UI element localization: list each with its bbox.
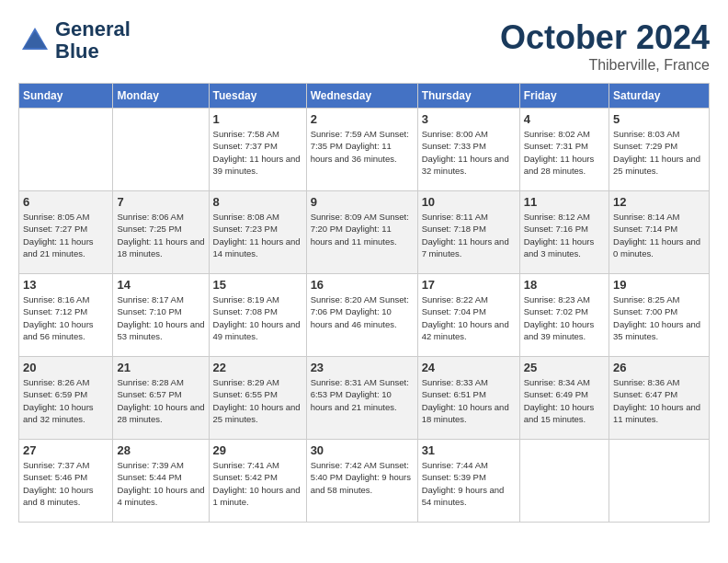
day-detail: Sunrise: 7:58 AM Sunset: 7:37 PM Dayligh… xyxy=(213,128,302,177)
day-number: 22 xyxy=(213,361,302,374)
calendar-cell: 16Sunrise: 8:20 AM Sunset: 7:06 PM Dayli… xyxy=(306,274,417,357)
day-number: 20 xyxy=(23,361,108,374)
day-number: 25 xyxy=(524,361,605,374)
day-detail: Sunrise: 8:12 AM Sunset: 7:16 PM Dayligh… xyxy=(524,211,605,259)
day-number: 1 xyxy=(213,112,302,126)
day-number: 21 xyxy=(117,361,204,374)
weekday-header-saturday: Saturday xyxy=(609,84,710,109)
calendar-cell: 5Sunrise: 8:03 AM Sunset: 7:29 PM Daylig… xyxy=(609,109,710,191)
weekday-header-thursday: Thursday xyxy=(417,84,519,109)
day-detail: Sunrise: 8:11 AM Sunset: 7:18 PM Dayligh… xyxy=(422,211,516,259)
day-detail: Sunrise: 8:23 AM Sunset: 7:02 PM Dayligh… xyxy=(524,293,605,342)
day-detail: Sunrise: 8:05 AM Sunset: 7:27 PM Dayligh… xyxy=(23,211,108,259)
calendar-cell: 23Sunrise: 8:31 AM Sunset: 6:53 PM Dayli… xyxy=(306,357,417,440)
day-number: 30 xyxy=(311,443,414,457)
day-detail: Sunrise: 8:14 AM Sunset: 7:14 PM Dayligh… xyxy=(613,211,705,259)
day-number: 9 xyxy=(311,195,414,209)
page-header: General Blue October 2024 Thiberville, F… xyxy=(18,18,710,74)
day-detail: Sunrise: 8:17 AM Sunset: 7:10 PM Dayligh… xyxy=(117,293,204,342)
calendar-cell: 18Sunrise: 8:23 AM Sunset: 7:02 PM Dayli… xyxy=(519,274,609,357)
calendar-cell: 25Sunrise: 8:34 AM Sunset: 6:49 PM Dayli… xyxy=(519,357,609,440)
weekday-header-wednesday: Wednesday xyxy=(306,84,417,109)
day-detail: Sunrise: 8:25 AM Sunset: 7:00 PM Dayligh… xyxy=(613,293,705,342)
day-detail: Sunrise: 8:08 AM Sunset: 7:23 PM Dayligh… xyxy=(213,211,302,259)
month-title: October 2024 xyxy=(500,18,710,57)
calendar-cell: 19Sunrise: 8:25 AM Sunset: 7:00 PM Dayli… xyxy=(609,274,710,357)
calendar-cell: 30Sunrise: 7:42 AM Sunset: 5:40 PM Dayli… xyxy=(306,440,417,523)
logo-line1: General xyxy=(55,17,131,40)
day-detail: Sunrise: 7:37 AM Sunset: 5:46 PM Dayligh… xyxy=(23,459,108,508)
day-detail: Sunrise: 7:42 AM Sunset: 5:40 PM Dayligh… xyxy=(311,459,414,496)
weekday-header-monday: Monday xyxy=(113,84,209,109)
calendar-cell: 21Sunrise: 8:28 AM Sunset: 6:57 PM Dayli… xyxy=(113,357,209,440)
day-number: 4 xyxy=(524,112,605,126)
calendar-cell: 3Sunrise: 8:00 AM Sunset: 7:33 PM Daylig… xyxy=(417,109,519,191)
calendar-cell: 13Sunrise: 8:16 AM Sunset: 7:12 PM Dayli… xyxy=(19,274,113,357)
day-detail: Sunrise: 8:00 AM Sunset: 7:33 PM Dayligh… xyxy=(422,128,516,177)
day-detail: Sunrise: 8:02 AM Sunset: 7:31 PM Dayligh… xyxy=(524,128,605,177)
calendar-cell xyxy=(113,109,209,191)
day-number: 23 xyxy=(311,361,414,374)
day-number: 15 xyxy=(213,278,302,292)
calendar-cell xyxy=(519,440,609,523)
calendar-cell: 10Sunrise: 8:11 AM Sunset: 7:18 PM Dayli… xyxy=(417,191,519,274)
week-row-1: 1Sunrise: 7:58 AM Sunset: 7:37 PM Daylig… xyxy=(19,109,710,191)
day-detail: Sunrise: 8:20 AM Sunset: 7:06 PM Dayligh… xyxy=(311,293,414,330)
calendar-cell: 11Sunrise: 8:12 AM Sunset: 7:16 PM Dayli… xyxy=(519,191,609,274)
day-detail: Sunrise: 8:19 AM Sunset: 7:08 PM Dayligh… xyxy=(213,293,302,342)
day-number: 8 xyxy=(213,195,302,209)
day-number: 19 xyxy=(613,278,705,292)
day-detail: Sunrise: 8:28 AM Sunset: 6:57 PM Dayligh… xyxy=(117,376,204,425)
day-detail: Sunrise: 8:26 AM Sunset: 6:59 PM Dayligh… xyxy=(23,376,108,425)
weekday-header-tuesday: Tuesday xyxy=(209,84,306,109)
week-row-2: 6Sunrise: 8:05 AM Sunset: 7:27 PM Daylig… xyxy=(19,191,710,274)
day-detail: Sunrise: 8:22 AM Sunset: 7:04 PM Dayligh… xyxy=(422,293,516,342)
day-number: 17 xyxy=(422,278,516,292)
calendar-table: SundayMondayTuesdayWednesdayThursdayFrid… xyxy=(18,83,710,523)
calendar-cell: 17Sunrise: 8:22 AM Sunset: 7:04 PM Dayli… xyxy=(417,274,519,357)
calendar-cell xyxy=(19,109,113,191)
day-detail: Sunrise: 7:39 AM Sunset: 5:44 PM Dayligh… xyxy=(117,459,204,508)
calendar-cell: 2Sunrise: 7:59 AM Sunset: 7:35 PM Daylig… xyxy=(306,109,417,191)
day-number: 10 xyxy=(422,195,516,209)
calendar-cell: 12Sunrise: 8:14 AM Sunset: 7:14 PM Dayli… xyxy=(609,191,710,274)
day-number: 13 xyxy=(23,278,108,292)
day-number: 7 xyxy=(117,195,204,209)
day-detail: Sunrise: 7:59 AM Sunset: 7:35 PM Dayligh… xyxy=(311,128,414,165)
calendar-cell: 20Sunrise: 8:26 AM Sunset: 6:59 PM Dayli… xyxy=(19,357,113,440)
calendar-cell: 15Sunrise: 8:19 AM Sunset: 7:08 PM Dayli… xyxy=(209,274,306,357)
day-number: 28 xyxy=(117,443,204,457)
weekday-header-row: SundayMondayTuesdayWednesdayThursdayFrid… xyxy=(19,84,710,109)
day-number: 18 xyxy=(524,278,605,292)
day-number: 27 xyxy=(23,443,108,457)
calendar-cell: 9Sunrise: 8:09 AM Sunset: 7:20 PM Daylig… xyxy=(306,191,417,274)
day-detail: Sunrise: 8:09 AM Sunset: 7:20 PM Dayligh… xyxy=(311,211,414,247)
calendar-cell: 7Sunrise: 8:06 AM Sunset: 7:25 PM Daylig… xyxy=(113,191,209,274)
calendar-cell: 29Sunrise: 7:41 AM Sunset: 5:42 PM Dayli… xyxy=(209,440,306,523)
day-number: 29 xyxy=(213,443,302,457)
day-detail: Sunrise: 8:34 AM Sunset: 6:49 PM Dayligh… xyxy=(524,376,605,425)
day-number: 24 xyxy=(422,361,516,374)
day-detail: Sunrise: 8:31 AM Sunset: 6:53 PM Dayligh… xyxy=(311,376,414,413)
week-row-5: 27Sunrise: 7:37 AM Sunset: 5:46 PM Dayli… xyxy=(19,440,710,523)
calendar-cell: 28Sunrise: 7:39 AM Sunset: 5:44 PM Dayli… xyxy=(113,440,209,523)
week-row-4: 20Sunrise: 8:26 AM Sunset: 6:59 PM Dayli… xyxy=(19,357,710,440)
calendar-cell: 4Sunrise: 8:02 AM Sunset: 7:31 PM Daylig… xyxy=(519,109,609,191)
logo-text: General Blue xyxy=(55,18,131,63)
calendar-cell: 24Sunrise: 8:33 AM Sunset: 6:51 PM Dayli… xyxy=(417,357,519,440)
calendar-cell xyxy=(609,440,710,523)
calendar-cell: 27Sunrise: 7:37 AM Sunset: 5:46 PM Dayli… xyxy=(19,440,113,523)
day-detail: Sunrise: 8:16 AM Sunset: 7:12 PM Dayligh… xyxy=(23,293,108,342)
calendar-cell: 1Sunrise: 7:58 AM Sunset: 7:37 PM Daylig… xyxy=(209,109,306,191)
weekday-header-friday: Friday xyxy=(519,84,609,109)
weekday-header-sunday: Sunday xyxy=(19,84,113,109)
day-number: 14 xyxy=(117,278,204,292)
title-section: October 2024 Thiberville, France xyxy=(500,18,710,74)
day-detail: Sunrise: 7:44 AM Sunset: 5:39 PM Dayligh… xyxy=(422,459,516,508)
week-row-3: 13Sunrise: 8:16 AM Sunset: 7:12 PM Dayli… xyxy=(19,274,710,357)
day-detail: Sunrise: 8:33 AM Sunset: 6:51 PM Dayligh… xyxy=(422,376,516,425)
day-number: 12 xyxy=(613,195,705,209)
calendar-cell: 22Sunrise: 8:29 AM Sunset: 6:55 PM Dayli… xyxy=(209,357,306,440)
calendar-cell: 14Sunrise: 8:17 AM Sunset: 7:10 PM Dayli… xyxy=(113,274,209,357)
day-number: 11 xyxy=(524,195,605,209)
